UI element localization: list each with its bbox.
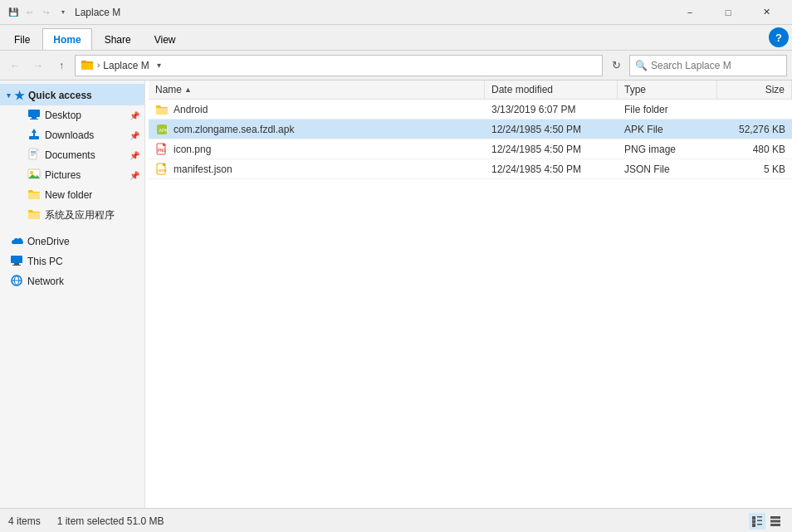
folder-icon [155,103,169,116]
table-row[interactable]: APK com.zlongame.sea.fzdl.apk 12/24/1985… [149,120,792,139]
file-type-cell: JSON File [618,162,717,177]
title-bar: 💾 ↩ ↪ ▾ Laplace M − □ ✕ [0,0,792,25]
json-icon: JSON [155,163,169,176]
tab-share[interactable]: Share [94,28,142,50]
svg-rect-36 [770,516,780,519]
sidebar-item-documents[interactable]: Documents 📌 [0,145,144,165]
svg-rect-17 [11,256,22,263]
file-list-header: Name ▲ Date modified Type Size [149,81,792,100]
svg-text:PNG: PNG [158,149,166,153]
file-list-area: Name ▲ Date modified Type Size Android 3… [149,81,792,508]
sidebar-item-network[interactable]: Network [0,271,144,291]
refresh-button[interactable]: ↻ [606,56,626,76]
file-name-cell: PNG icon.png [149,141,485,158]
address-dropdown[interactable]: ▾ [153,55,166,76]
file-rows-container: Android 3/13/2019 6:07 PM File folder AP… [149,100,792,179]
svg-rect-34 [752,524,755,527]
png-icon: PNG [155,143,169,156]
file-size-cell: 480 KB [717,142,792,157]
sidebar: ▾ ★ Quick access Desktop 📌 Downloads 📌 [0,81,145,508]
downloads-pin-icon: 📌 [130,131,139,140]
file-date-cell: 12/24/1985 4:50 PM [485,162,618,177]
file-name-text: com.zlongame.sea.fzdl.apk [174,124,294,135]
sidebar-item-new-folder[interactable]: New folder [0,185,144,205]
details-view-button[interactable] [767,513,784,530]
minimize-button[interactable]: − [671,0,709,25]
svg-rect-6 [29,136,39,139]
file-type-cell: APK File [618,122,717,137]
file-name-cell: JSON manifest.json [149,161,485,178]
this-pc-icon [10,254,23,270]
svg-text:APK: APK [159,128,169,133]
tab-view[interactable]: View [144,28,187,50]
documents-pin-icon: 📌 [130,151,139,160]
sidebar-item-desktop[interactable]: Desktop 📌 [0,105,144,125]
file-date-cell: 12/24/1985 4:50 PM [485,122,618,137]
maximize-button[interactable]: □ [709,0,747,25]
sidebar-item-onedrive[interactable]: OneDrive [0,232,144,251]
search-input[interactable] [651,60,781,71]
search-field[interactable]: 🔍 [629,55,787,76]
sidebar-item-pictures[interactable]: Pictures 📌 [0,165,144,185]
up-button[interactable]: ↑ [51,56,71,76]
sidebar-desktop-label: Desktop [45,110,125,121]
file-name-cell: Android [149,101,485,118]
list-view-button[interactable] [749,513,765,530]
table-row[interactable]: Android 3/13/2019 6:07 PM File folder [149,100,792,120]
svg-rect-3 [28,110,40,117]
apk-icon: APK [155,123,169,136]
svg-rect-37 [770,520,780,522]
close-button[interactable]: ✕ [747,0,785,25]
help-button[interactable]: ? [769,27,789,47]
col-header-size[interactable]: Size [717,81,792,99]
selected-info: 1 item selected 51.0 MB [57,515,164,527]
file-size-cell [717,108,792,111]
svg-rect-38 [770,524,780,526]
sidebar-network-label: Network [27,276,139,287]
svg-rect-28 [163,164,165,166]
item-count: 4 items [8,515,41,527]
redo-icon[interactable]: ↪ [40,6,53,19]
tab-home[interactable]: Home [42,28,91,50]
forward-button[interactable]: → [28,56,48,76]
sidebar-item-this-pc[interactable]: This PC [0,251,144,271]
sort-arrow-icon: ▲ [184,85,192,94]
svg-rect-31 [757,516,762,518]
sidebar-this-pc-label: This PC [27,256,139,267]
svg-text:JSON: JSON [158,168,167,173]
sidebar-item-downloads[interactable]: Downloads 📌 [0,125,144,145]
undo-icon[interactable]: ↩ [23,6,37,19]
svg-point-15 [30,171,33,174]
table-row[interactable]: JSON manifest.json 12/24/1985 4:50 PM JS… [149,159,792,179]
col-header-type[interactable]: Type [618,81,717,99]
svg-rect-18 [14,263,19,265]
svg-marker-7 [32,129,37,136]
title-bar-icons: 💾 ↩ ↪ ▾ [7,6,70,19]
onedrive-icon [10,234,23,250]
window-title: Laplace M [75,7,671,18]
sidebar-section-quick-access[interactable]: ▾ ★ Quick access [0,84,144,105]
quick-access-arrow: ▾ [7,91,11,100]
file-name-text: manifest.json [174,164,232,175]
tab-file[interactable]: File [3,28,41,50]
main-area: ▾ ★ Quick access Desktop 📌 Downloads 📌 [0,81,792,508]
file-date-cell: 12/24/1985 4:50 PM [485,142,618,157]
svg-rect-25 [163,144,165,146]
table-row[interactable]: PNG icon.png 12/24/1985 4:50 PM PNG imag… [149,139,792,159]
downloads-icon [27,128,41,144]
col-header-date[interactable]: Date modified [485,81,618,99]
save-icon[interactable]: 💾 [7,6,20,19]
svg-rect-1 [81,63,93,70]
sidebar-item-chinese-folder[interactable]: 系统及应用程序 [0,205,144,225]
file-size-cell: 5 KB [717,162,792,177]
desktop-pin-icon: 📌 [130,111,139,120]
col-header-name[interactable]: Name ▲ [149,81,485,99]
back-button[interactable]: ← [5,56,25,76]
address-path-text: Laplace M [103,60,149,71]
window-controls: − □ ✕ [671,0,785,25]
documents-icon [27,148,41,164]
dropdown-icon[interactable]: ▾ [56,6,70,19]
ribbon-tabs: File Home Share View ? [0,25,792,50]
address-field[interactable]: › Laplace M ▾ [75,55,603,76]
desktop-icon [27,108,41,124]
